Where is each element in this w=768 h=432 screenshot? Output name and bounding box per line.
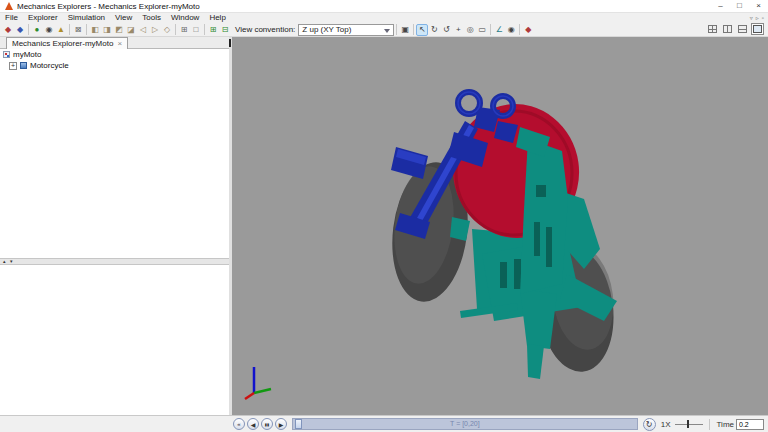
view-right-icon[interactable]: ▷ xyxy=(149,24,161,36)
show-inertia-icon[interactable]: ▲ xyxy=(55,24,67,36)
menu-tools[interactable]: Tools xyxy=(137,13,166,23)
menu-help[interactable]: Help xyxy=(204,13,230,23)
toolbar-separator xyxy=(413,24,414,35)
viewport-3d[interactable] xyxy=(232,37,768,415)
dock-panel-icon[interactable]: ▹ xyxy=(756,13,759,23)
save-explorer-configuration-icon[interactable]: ◆ xyxy=(2,24,14,36)
world-axes-triad xyxy=(245,367,271,399)
two-views-side-icon xyxy=(723,25,732,33)
model-tree: myMoto + Motorcycle xyxy=(0,49,229,258)
zoom-icon[interactable]: ◎ xyxy=(464,24,476,36)
toolbar-separator xyxy=(28,24,29,35)
loop-button[interactable]: ↻ xyxy=(643,418,656,431)
pan-view-icon[interactable]: + xyxy=(452,24,464,36)
view-isometric-icon[interactable]: ◇ xyxy=(161,24,173,36)
frame-axes-icon[interactable]: ∠ xyxy=(493,24,505,36)
layout-two-views-stacked-button[interactable] xyxy=(736,23,749,35)
motorcycle-model xyxy=(232,37,768,415)
chevron-down-icon xyxy=(384,29,390,33)
tree-node-label: Motorcycle xyxy=(30,61,69,70)
view-bottom-icon[interactable]: ◪ xyxy=(125,24,137,36)
maximize-button[interactable]: □ xyxy=(730,0,749,13)
window-title: Mechanics Explorers - Mechanics Explorer… xyxy=(17,2,200,11)
view-top-icon[interactable]: ◩ xyxy=(113,24,125,36)
view-convention-label: View convention: xyxy=(235,25,295,34)
left-dock: Mechanics Explorer-myMoto × myMoto + Mot… xyxy=(0,37,229,415)
subsystem-icon xyxy=(20,62,27,69)
tab-label: Mechanics Explorer-myMoto xyxy=(12,39,113,48)
menu-file[interactable]: File xyxy=(0,13,23,23)
remove-viewport-icon[interactable]: ⊟ xyxy=(219,24,231,36)
toolbar-separator xyxy=(204,24,205,35)
layout-four-views-button[interactable] xyxy=(706,23,719,35)
speed-slider[interactable] xyxy=(675,418,703,430)
snapshot-camera-icon[interactable]: ▣ xyxy=(399,24,411,36)
split-view-grid-icon[interactable]: ⊞ xyxy=(178,24,190,36)
record-video-icon[interactable]: ◆ xyxy=(522,24,534,36)
go-to-start-button[interactable]: « xyxy=(233,418,245,430)
roll-view-icon[interactable]: ↺ xyxy=(440,24,452,36)
toolbar: ◆ ◆ ● ◉ ▲ ⊠ ◧ ◨ ◩ ◪ ◁ ▷ ◇ ⊞ □ ⊞ ⊟ View c… xyxy=(0,23,768,37)
global-view-icon[interactable]: ◉ xyxy=(505,24,517,36)
show-frames-icon[interactable]: ● xyxy=(31,24,43,36)
float-panel-icon[interactable]: ▿ xyxy=(750,13,753,23)
zoom-box-icon[interactable]: ▭ xyxy=(476,24,488,36)
menu-simulation[interactable]: Simulation xyxy=(63,13,110,23)
matlab-app-icon xyxy=(5,2,13,10)
rotate-view-icon[interactable]: ↻ xyxy=(428,24,440,36)
title-bar: Mechanics Explorers - Mechanics Explorer… xyxy=(0,0,768,13)
view-front-icon[interactable]: ◧ xyxy=(89,24,101,36)
panel-dock-controls: ▿ ▹ ▫ xyxy=(750,13,768,23)
model-icon xyxy=(3,51,10,58)
step-back-button[interactable]: ◀ xyxy=(247,418,259,430)
tab-bar: Mechanics Explorer-myMoto × xyxy=(0,37,229,49)
four-views-icon xyxy=(708,25,717,33)
view-layout-buttons xyxy=(706,23,768,35)
speed-label: 1X xyxy=(661,420,671,429)
layout-single-view-button[interactable] xyxy=(751,23,764,35)
speed-slider-handle[interactable] xyxy=(687,420,689,428)
tab-close-icon[interactable]: × xyxy=(117,39,122,48)
toolbar-separator xyxy=(86,24,87,35)
layout-two-views-side-button[interactable] xyxy=(721,23,734,35)
horizontal-splitter[interactable]: ▴ ▾ xyxy=(0,258,229,265)
pause-button[interactable]: ▮▮ xyxy=(261,418,273,430)
window-controls: – □ × xyxy=(711,0,768,13)
time-slider[interactable]: T = [0,20] xyxy=(292,418,638,430)
menu-view[interactable]: View xyxy=(110,13,137,23)
show-centers-of-mass-icon[interactable]: ◉ xyxy=(43,24,55,36)
handlebar-loop-left-highlight xyxy=(458,92,480,114)
menu-explorer[interactable]: Explorer xyxy=(23,13,63,23)
time-input[interactable] xyxy=(736,419,764,430)
panel-close-icon[interactable]: ▫ xyxy=(762,13,764,23)
add-viewport-icon[interactable]: ⊞ xyxy=(207,24,219,36)
tree-node-motorcycle[interactable]: + Motorcycle xyxy=(0,60,229,71)
restore-explorer-configuration-icon[interactable]: ◆ xyxy=(14,24,26,36)
fit-to-view-icon[interactable]: ⊠ xyxy=(72,24,84,36)
playback-controls: « ◀ ▮▮ ▶ T = [0,20] ↻ 1X Time xyxy=(229,416,768,432)
expand-icon[interactable]: + xyxy=(9,62,17,70)
collapse-up-icon[interactable]: ▴ xyxy=(3,259,6,264)
tree-node-mymoto[interactable]: myMoto xyxy=(0,49,229,60)
tab-mechanics-explorer-mymoto[interactable]: Mechanics Explorer-myMoto × xyxy=(6,37,128,49)
menu-window[interactable]: Window xyxy=(166,13,204,23)
time-slider-handle[interactable] xyxy=(295,419,302,429)
tree-node-label: myMoto xyxy=(13,50,41,59)
x-axis xyxy=(245,393,254,399)
bottom-separator xyxy=(709,419,710,430)
view-back-icon[interactable]: ◨ xyxy=(101,24,113,36)
view-convention-dropdown[interactable]: Z up (XY Top) xyxy=(298,24,394,36)
time-range-label: T = [0,20] xyxy=(293,419,637,429)
playback-bar: « ◀ ▮▮ ▶ T = [0,20] ↻ 1X Time xyxy=(0,415,768,432)
close-button[interactable]: × xyxy=(749,0,768,13)
mechanics-explorer-window: Mechanics Explorers - Mechanics Explorer… xyxy=(0,0,768,432)
minimize-button[interactable]: – xyxy=(711,0,730,13)
collapse-down-icon[interactable]: ▾ xyxy=(10,259,13,264)
main-area: Mechanics Explorer-myMoto × myMoto + Mot… xyxy=(0,37,768,415)
time-field-label: Time xyxy=(717,420,734,429)
view-left-icon[interactable]: ◁ xyxy=(137,24,149,36)
select-tool-icon[interactable]: ↖ xyxy=(416,24,428,36)
single-view-icon[interactable]: □ xyxy=(190,24,202,36)
play-button[interactable]: ▶ xyxy=(275,418,287,430)
properties-pane xyxy=(0,265,229,415)
